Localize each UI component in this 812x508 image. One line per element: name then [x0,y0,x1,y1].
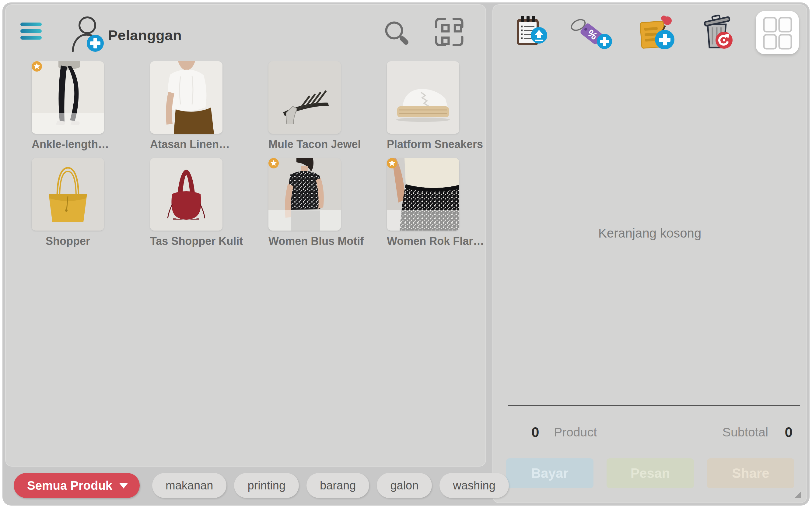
product-image-platform-sneakers [387,61,459,134]
category-chip-makanan[interactable]: makanan [152,473,227,498]
category-chip-barang[interactable]: barang [306,473,369,498]
category-chip-galon[interactable]: galon [377,473,432,498]
totals-vertical-divider [606,412,606,451]
resize-handle[interactable] [794,492,801,498]
grid-view-button[interactable] [756,11,799,54]
product-name: Shopper [32,235,104,248]
subtotal-label: Subtotal [722,425,768,439]
pay-button[interactable]: Bayar [506,458,593,488]
product-card[interactable]: Platform Sneakers [387,61,459,158]
category-chip-washing[interactable]: washing [439,473,509,498]
add-customer-icon[interactable] [68,15,104,52]
product-card[interactable]: Mule Tacon Jewel [269,61,341,158]
star-badge-icon [387,158,397,168]
grid-2x2-icon [756,11,799,54]
product-grid: Ankle-length… Atasan Linen… [32,61,459,255]
favorite-band [269,210,341,230]
totals-divider [508,405,800,406]
cart-panel: % [492,4,807,503]
selected-category-label: Semua Produk [27,479,112,493]
product-image-ankle-length-pants [32,61,104,134]
share-button[interactable]: Share [707,458,794,488]
product-card[interactable]: Ankle-length… [32,61,104,158]
product-card[interactable]: Atasan Linen… [150,61,223,158]
barcode-scan-icon[interactable] [435,18,464,46]
product-name: Atasan Linen… [150,138,223,151]
category-bar: Semua Produk makanan printing barang gal… [14,473,509,498]
product-name: Ankle-length… [32,138,104,151]
product-card[interactable]: Women Blus Motif [269,158,341,255]
add-note-icon[interactable] [638,13,675,50]
product-name: Women Rok Flar… [387,235,459,248]
category-chip-printing[interactable]: printing [234,473,299,498]
product-card[interactable]: Women Rok Flar… [387,158,459,255]
category-all-products-button[interactable]: Semua Produk [14,473,140,498]
search-icon[interactable] [383,19,409,46]
product-panel: Pelanggan [5,4,486,467]
chevron-down-icon [119,483,128,489]
cart-count-label: Product [554,425,597,439]
product-image-women-rok-flare [387,158,459,230]
product-image-mule-tacon [269,61,341,134]
cart-actions: Bayar Pesan Share [506,458,794,488]
favorite-band [387,210,459,230]
star-badge-icon [32,61,42,72]
product-image-shopper-bag [32,158,104,230]
product-image-tas-shopper-kulit [150,158,223,230]
product-image-women-blus-motif [269,158,341,230]
subtotal-value: 0 [784,424,793,440]
star-badge-icon [269,158,279,168]
product-card[interactable]: Shopper [32,158,104,255]
upload-order-icon[interactable] [514,15,548,47]
product-name: Platform Sneakers [387,138,459,151]
product-name: Mule Tacon Jewel [269,138,341,151]
menu-icon[interactable] [20,23,42,40]
cart-count-value: 0 [531,424,539,440]
page-title: Pelanggan [108,27,182,44]
order-button[interactable]: Pesan [607,458,694,488]
product-card[interactable]: Tas Shopper Kulit [150,158,223,255]
product-image-atasan-linen [150,61,223,134]
product-name: Women Blus Motif [269,235,341,248]
favorite-band [32,113,104,134]
empty-cart-message: Keranjang kosong [492,226,807,241]
clear-cart-icon[interactable] [701,12,732,50]
product-name: Tas Shopper Kulit [150,235,223,248]
add-discount-icon[interactable]: % [569,15,614,50]
app-background: Pelanggan [2,2,810,506]
